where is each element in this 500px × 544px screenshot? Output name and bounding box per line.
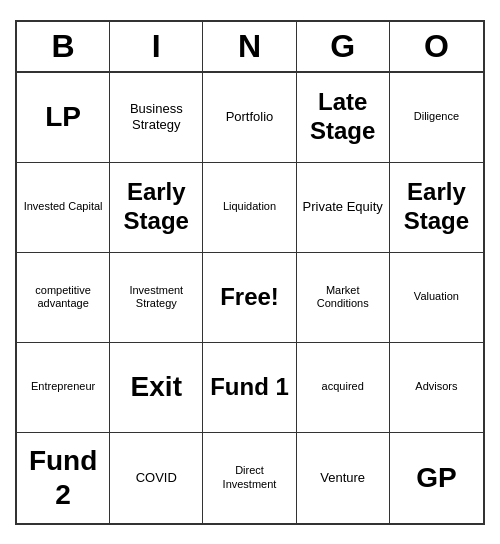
bingo-cell: Direct Investment xyxy=(203,433,296,523)
bingo-cell: Entrepreneur xyxy=(17,343,110,433)
bingo-cell: Fund 2 xyxy=(17,433,110,523)
bingo-card: BINGO LPBusiness StrategyPortfolioLate S… xyxy=(15,20,485,525)
cell-text: COVID xyxy=(136,470,177,486)
cell-text: Late Stage xyxy=(301,88,385,146)
cell-text: acquired xyxy=(322,380,364,393)
cell-text: Fund 1 xyxy=(210,373,289,402)
bingo-cell: Private Equity xyxy=(297,163,390,253)
header-letter: G xyxy=(297,22,390,71)
header-letter: B xyxy=(17,22,110,71)
cell-text: Fund 2 xyxy=(21,444,105,511)
bingo-cell: competitive advantage xyxy=(17,253,110,343)
bingo-cell: Investment Strategy xyxy=(110,253,203,343)
cell-text: Direct Investment xyxy=(207,464,291,490)
cell-text: competitive advantage xyxy=(21,284,105,310)
cell-text: Free! xyxy=(220,283,279,312)
bingo-cell: Invested Capital xyxy=(17,163,110,253)
bingo-cell: Portfolio xyxy=(203,73,296,163)
bingo-cell: Free! xyxy=(203,253,296,343)
bingo-cell: Advisors xyxy=(390,343,483,433)
cell-text: Market Conditions xyxy=(301,284,385,310)
cell-text: Advisors xyxy=(415,380,457,393)
bingo-cell: Market Conditions xyxy=(297,253,390,343)
cell-text: Exit xyxy=(131,370,182,404)
cell-text: Early Stage xyxy=(114,178,198,236)
cell-text: GP xyxy=(416,461,456,495)
bingo-cell: Venture xyxy=(297,433,390,523)
bingo-cell: COVID xyxy=(110,433,203,523)
cell-text: Business Strategy xyxy=(114,101,198,132)
bingo-cell: LP xyxy=(17,73,110,163)
cell-text: Invested Capital xyxy=(24,200,103,213)
bingo-cell: Diligence xyxy=(390,73,483,163)
cell-text: Entrepreneur xyxy=(31,380,95,393)
bingo-cell: Valuation xyxy=(390,253,483,343)
bingo-cell: GP xyxy=(390,433,483,523)
cell-text: Venture xyxy=(320,470,365,486)
cell-text: Valuation xyxy=(414,290,459,303)
cell-text: Liquidation xyxy=(223,200,276,213)
header-letter: I xyxy=(110,22,203,71)
header-letter: O xyxy=(390,22,483,71)
cell-text: Private Equity xyxy=(303,199,383,215)
header-letter: N xyxy=(203,22,296,71)
bingo-grid: LPBusiness StrategyPortfolioLate StageDi… xyxy=(17,73,483,523)
bingo-cell: acquired xyxy=(297,343,390,433)
bingo-cell: Exit xyxy=(110,343,203,433)
bingo-cell: Business Strategy xyxy=(110,73,203,163)
bingo-cell: Liquidation xyxy=(203,163,296,253)
bingo-cell: Late Stage xyxy=(297,73,390,163)
bingo-cell: Fund 1 xyxy=(203,343,296,433)
bingo-cell: Early Stage xyxy=(110,163,203,253)
bingo-header: BINGO xyxy=(17,22,483,73)
cell-text: Diligence xyxy=(414,110,459,123)
bingo-cell: Early Stage xyxy=(390,163,483,253)
cell-text: Early Stage xyxy=(394,178,479,236)
cell-text: LP xyxy=(45,100,81,134)
cell-text: Portfolio xyxy=(226,109,274,125)
cell-text: Investment Strategy xyxy=(114,284,198,310)
